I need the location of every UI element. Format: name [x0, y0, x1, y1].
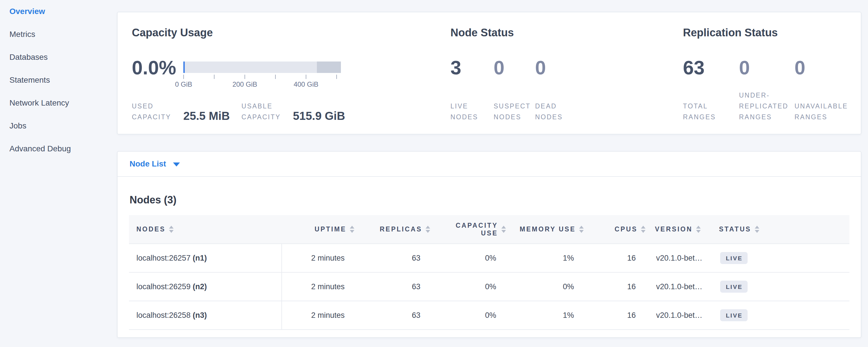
capacity-use-cell: 0% [431, 272, 507, 301]
status-cell: LIVE [710, 272, 849, 301]
node-address-cell[interactable]: localhost:26258 (n3) [129, 301, 282, 329]
sort-icon [169, 226, 174, 233]
node-row-n2[interactable]: localhost:26259 (n2) 2 minutes 63 0% 0% … [129, 272, 849, 301]
sidebar-item-statements[interactable]: Statements [0, 69, 117, 92]
sort-icon [696, 226, 701, 233]
column-header-status[interactable]: STATUS [710, 215, 849, 244]
under-replicated-ranges-stat: 0 UNDER- REPLICATED RANGES [739, 56, 795, 122]
sort-icon [579, 226, 584, 233]
cluster-summary-panel: Capacity Usage 0.0% 0 GiB 200 GiB 400 Gi… [117, 12, 861, 134]
usable-capacity-value: 515.9 GiB [293, 109, 345, 122]
column-header-nodes[interactable]: NODES [129, 215, 282, 244]
node-address-cell[interactable]: localhost:26257 (n1) [129, 244, 282, 272]
gauge-tick [245, 75, 245, 79]
capacity-gauge-track [183, 62, 341, 73]
sidebar: Overview Metrics Databases Statements Ne… [0, 0, 117, 347]
sidebar-item-metrics[interactable]: Metrics [0, 23, 117, 46]
total-ranges-value: 63 [683, 56, 739, 79]
nodes-table-title: Nodes (3) [129, 194, 177, 206]
gauge-tick [183, 75, 184, 79]
total-ranges-stat: 63 TOTAL RANGES [683, 56, 739, 122]
status-badge: LIVE [720, 281, 748, 293]
status-badge: LIVE [720, 309, 748, 321]
suspect-nodes-value: 0 [494, 56, 535, 79]
column-header-replicas[interactable]: REPLICAS [355, 215, 431, 244]
gauge-tick [214, 75, 215, 79]
used-capacity-label: USED CAPACITY [132, 101, 175, 122]
node-status-stats: 3 LIVE NODES 0 SUSPECT NODES 0 DEAD NODE… [451, 56, 581, 122]
unavailable-ranges-value: 0 [795, 56, 860, 79]
used-capacity-value: 25.5 MiB [183, 109, 230, 122]
replicas-cell: 63 [355, 301, 431, 329]
suspect-nodes-stat: 0 SUSPECT NODES [494, 56, 535, 122]
node-list-dropdown[interactable]: Node List [118, 152, 861, 177]
status-badge: LIVE [720, 252, 748, 264]
sort-icon [501, 226, 506, 233]
node-list-dropdown-label: Node List [129, 159, 166, 168]
sidebar-item-network-latency[interactable]: Network Latency [0, 92, 117, 115]
column-header-cpus[interactable]: CPUS [585, 215, 646, 244]
unavailable-ranges-stat: 0 UNAVAILABLE RANGES [795, 56, 860, 122]
capacity-used-percent: 0.0% [132, 56, 176, 79]
status-cell: LIVE [710, 244, 849, 272]
memory-use-cell: 0% [507, 272, 585, 301]
node-row-n1[interactable]: localhost:26257 (n1) 2 minutes 63 0% 1% … [129, 244, 849, 272]
status-cell: LIVE [710, 301, 849, 329]
capacity-gauge-used-bar [183, 62, 185, 73]
dead-nodes-stat: 0 DEAD NODES [535, 56, 581, 122]
under-replicated-ranges-value: 0 [739, 56, 795, 79]
capacity-use-cell: 0% [431, 301, 507, 329]
cpus-cell: 16 [585, 272, 646, 301]
node-status-title: Node Status [451, 26, 514, 39]
replication-stats: 63 TOTAL RANGES 0 UNDER- REPLICATED RANG… [683, 56, 860, 122]
uptime-cell: 2 minutes [282, 272, 355, 301]
node-row-n3[interactable]: localhost:26258 (n3) 2 minutes 63 0% 1% … [129, 301, 849, 329]
live-nodes-value: 3 [451, 56, 494, 79]
cpus-cell: 16 [585, 244, 646, 272]
table-header-row: NODES UPTIME REPLICAS CAPACITY USE MEMOR… [129, 215, 849, 244]
uptime-cell: 2 minutes [282, 301, 355, 329]
live-nodes-label: LIVE NODES [451, 101, 494, 122]
capacity-usage-title: Capacity Usage [132, 26, 213, 39]
nodes-table: NODES UPTIME REPLICAS CAPACITY USE MEMOR… [129, 215, 849, 330]
usable-capacity-label: USABLE CAPACITY [241, 101, 285, 122]
live-nodes-stat: 3 LIVE NODES [451, 56, 494, 122]
sidebar-item-databases[interactable]: Databases [0, 46, 117, 69]
gauge-tick [275, 75, 276, 79]
sort-icon [641, 226, 646, 233]
suspect-nodes-label: SUSPECT NODES [494, 101, 535, 122]
usable-capacity-stat: USABLE CAPACITY 515.9 GiB [241, 101, 345, 122]
sidebar-item-advanced-debug[interactable]: Advanced Debug [0, 137, 117, 160]
version-cell: v20.1.0-bet… [646, 301, 710, 329]
capacity-gauge: 0 GiB 200 GiB 400 GiB [183, 62, 341, 73]
memory-use-cell: 1% [507, 244, 585, 272]
uptime-cell: 2 minutes [282, 244, 355, 272]
sort-icon [755, 226, 759, 233]
sidebar-item-jobs[interactable]: Jobs [0, 115, 117, 137]
replication-status-title: Replication Status [683, 26, 778, 39]
dead-nodes-value: 0 [535, 56, 581, 79]
replicas-cell: 63 [355, 244, 431, 272]
sort-icon [350, 226, 354, 233]
column-header-capacity-use[interactable]: CAPACITY USE [431, 215, 507, 244]
column-header-uptime[interactable]: UPTIME [282, 215, 355, 244]
version-cell: v20.1.0-bet… [646, 244, 710, 272]
gauge-axis-label: 0 GiB [175, 81, 192, 88]
column-header-memory-use[interactable]: MEMORY USE [507, 215, 585, 244]
gauge-tick [306, 75, 306, 79]
cpus-cell: 16 [585, 301, 646, 329]
capacity-gauge-reserved-bar [317, 62, 341, 73]
node-address-cell[interactable]: localhost:26259 (n2) [129, 272, 282, 301]
gauge-tick [336, 75, 337, 79]
used-capacity-stat: USED CAPACITY 25.5 MiB [132, 101, 230, 122]
memory-use-cell: 1% [507, 301, 585, 329]
capacity-use-cell: 0% [431, 244, 507, 272]
gauge-axis-label: 200 GiB [232, 81, 257, 88]
sidebar-item-overview[interactable]: Overview [0, 0, 117, 23]
capacity-stats: USED CAPACITY 25.5 MiB USABLE CAPACITY 5… [132, 101, 345, 122]
column-header-version[interactable]: VERSION [646, 215, 710, 244]
chevron-down-icon [173, 162, 180, 166]
version-cell: v20.1.0-bet… [646, 272, 710, 301]
dead-nodes-label: DEAD NODES [535, 101, 581, 122]
total-ranges-label: TOTAL RANGES [683, 101, 739, 122]
